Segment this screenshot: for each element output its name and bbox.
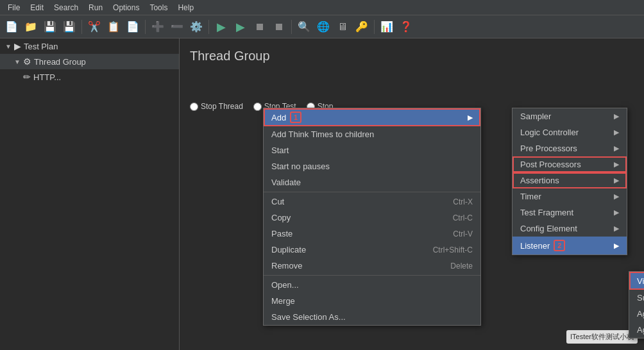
ctx-open[interactable]: Open... (264, 277, 480, 293)
toolbar-stop[interactable]: ⏹ (251, 18, 269, 36)
ctx-assert-arrow: ▶ (614, 176, 619, 185)
ctx-logic-arrow: ▶ (614, 128, 619, 137)
ctx-cut-shortcut: Ctrl-X (453, 197, 473, 206)
ctx-dup-shortcut: Ctrl+Shift-C (433, 246, 473, 254)
ctx-paste-label: Paste (271, 229, 292, 238)
ctx-assertions[interactable]: Assertions ▶ (513, 172, 627, 188)
icon-threadgroup: ⚙ (23, 56, 31, 67)
menu-file[interactable]: File (3, 2, 25, 13)
ctx-cut[interactable]: Cut Ctrl-X (264, 194, 480, 210)
ctx-add-think-times[interactable]: Add Think Times to children (264, 126, 480, 142)
ctx-summary-report[interactable]: Summary Report (629, 290, 644, 306)
menu-tools[interactable]: Tools (144, 2, 173, 13)
icon-http: ✏ (23, 72, 31, 82)
toolbar-copy[interactable]: 📋 (105, 18, 123, 36)
toolbar-key[interactable]: 🔑 (353, 18, 371, 36)
ctx-save-selection[interactable]: Save Selection As... (264, 309, 480, 325)
panel-title: Thread Group (190, 49, 634, 63)
toolbar-settings[interactable]: ⚙️ (187, 18, 205, 36)
ctx-copy[interactable]: Copy Ctrl-C (264, 210, 480, 226)
context-menu-level3: View Results Tree 3 Summary Report Aggre… (629, 271, 644, 338)
menu-help[interactable]: Help (173, 2, 199, 13)
ctx-listener-arrow: ▶ (614, 242, 619, 250)
ctx-validate[interactable]: Validate (264, 174, 480, 190)
ctx-logic-label: Logic Controller (520, 128, 579, 137)
toolbar-table[interactable]: 📊 (378, 18, 396, 36)
ctx-config-arrow: ▶ (614, 224, 619, 233)
ctx-sampler-label: Sampler (520, 112, 551, 121)
menu-search[interactable]: Search (49, 2, 83, 13)
ctx-listener[interactable]: Listener 2 ▶ (513, 237, 627, 254)
label-http: HTTP... (33, 72, 61, 82)
watermark: ITester软件测试小栈 (566, 330, 638, 344)
toolbar-remove[interactable]: ➖ (168, 18, 186, 36)
toolbar-play[interactable]: ▶ (212, 18, 230, 36)
ctx-frag-arrow: ▶ (614, 208, 619, 217)
toolbar-new[interactable]: 📄 (3, 18, 21, 36)
ctx-listener-badge: 2 (554, 240, 565, 251)
ctx-merge[interactable]: Merge (264, 293, 480, 309)
toolbar-help[interactable]: ❓ (397, 18, 415, 36)
ctx-cut-label: Cut (271, 197, 284, 206)
ctx-aggregate-label: Aggregate Report (637, 309, 644, 319)
ctx-start[interactable]: Start (264, 142, 480, 158)
ctx-start-no-pauses[interactable]: Start no pauses (264, 158, 480, 174)
menu-options[interactable]: Options (108, 2, 144, 13)
ctx-timer-label: Timer (520, 192, 541, 201)
tree-item-testplan[interactable]: ▼ ▶ Test Plan (0, 38, 179, 54)
ctx-add-arrow: ▶ (468, 113, 473, 122)
ctx-config-element[interactable]: Config Element ▶ (513, 221, 627, 237)
menu-run[interactable]: Run (83, 2, 108, 13)
toolbar-play2[interactable]: ▶ (232, 18, 250, 36)
separator-ctx2 (264, 275, 480, 276)
toolbar-save2[interactable]: 💾 (60, 18, 78, 36)
ctx-post-processors[interactable]: Post Processors ▶ (513, 156, 627, 172)
ctx-config-label: Config Element (520, 224, 577, 233)
main-layout: ▼ ▶ Test Plan ▼ ⚙ Thread Group ✏ HTTP...… (0, 38, 644, 350)
toolbar-open[interactable]: 📁 (22, 18, 40, 36)
ctx-paste-shortcut: Ctrl-V (453, 229, 473, 238)
radio-stop-thread[interactable]: Stop Thread (190, 102, 243, 111)
ctx-test-fragment[interactable]: Test Fragment ▶ (513, 204, 627, 221)
ctx-paste[interactable]: Paste Ctrl-V (264, 226, 480, 242)
ctx-pre-label: Pre Processors (520, 144, 577, 153)
ctx-logic-controller[interactable]: Logic Controller ▶ (513, 124, 627, 140)
toolbar-network[interactable]: 🌐 (314, 18, 332, 36)
toolbar-paste[interactable]: 📄 (124, 18, 142, 36)
ctx-start-label: Start (271, 146, 289, 155)
ctx-aggregate-graph[interactable]: Aggregate Graph (629, 322, 644, 338)
ctx-duplicate[interactable]: Duplicate Ctrl+Shift-C (264, 242, 480, 258)
ctx-remove-shortcut: Delete (450, 262, 473, 271)
toolbar-stop2[interactable]: ⏹ (270, 18, 288, 36)
ctx-timer[interactable]: Timer ▶ (513, 188, 627, 204)
tree-item-http[interactable]: ✏ HTTP... (0, 69, 179, 85)
toolbar-cut[interactable]: ✂️ (85, 18, 103, 36)
separator-3 (208, 20, 209, 34)
ctx-listener-label: Listener (520, 241, 550, 251)
separator-4 (291, 20, 292, 34)
ctx-remove[interactable]: Remove Delete (264, 258, 480, 274)
ctx-summary-label: Summary Report (637, 293, 644, 303)
ctx-pre-processors[interactable]: Pre Processors ▶ (513, 140, 627, 156)
ctx-sampler[interactable]: Sampler ▶ (513, 108, 627, 124)
tree-item-threadgroup[interactable]: ▼ ⚙ Thread Group (0, 54, 179, 69)
ctx-post-label: Post Processors (520, 160, 581, 169)
toolbar-add[interactable]: ➕ (149, 18, 167, 36)
menus-wrapper: Add 1 ▶ Add Think Times to children Star… (180, 38, 644, 350)
toolbar-server[interactable]: 🖥 (334, 18, 352, 36)
ctx-save-sel-label: Save Selection As... (271, 312, 346, 322)
ctx-view-results-tree[interactable]: View Results Tree 3 (629, 272, 644, 290)
separator-ctx1 (264, 192, 480, 192)
ctx-add[interactable]: Add 1 ▶ (264, 108, 480, 126)
menu-edit[interactable]: Edit (25, 2, 49, 13)
ctx-add-badge: 1 (290, 112, 301, 123)
toolbar-search[interactable]: 🔍 (295, 18, 313, 36)
ctx-timer-arrow: ▶ (614, 192, 619, 201)
ctx-aggregate-report[interactable]: Aggregate Report (629, 306, 644, 322)
toolbar-save[interactable]: 💾 (41, 18, 59, 36)
ctx-dup-label: Duplicate (271, 245, 306, 254)
label-testplan: Test Plan (24, 42, 58, 51)
icon-testplan: ▶ (14, 41, 21, 51)
ctx-add-label: Add (271, 113, 286, 122)
ctx-assert-label: Assertions (520, 176, 559, 185)
